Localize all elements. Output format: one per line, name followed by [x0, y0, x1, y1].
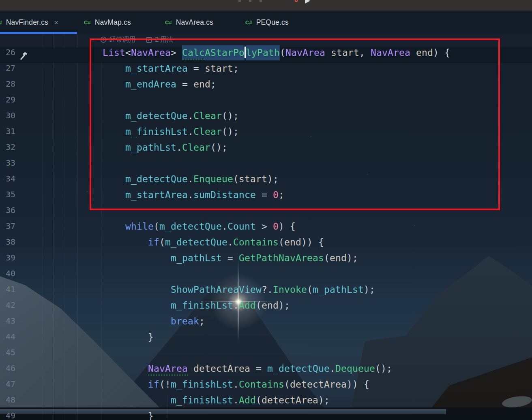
gutter[interactable]: 35 [0, 190, 77, 205]
close-tab-icon[interactable]: × [54, 19, 58, 26]
gutter[interactable]: 34 [0, 174, 77, 190]
code-line[interactable]: 39 m_pathLst = GetPathNavAreas(end); [0, 253, 532, 269]
csharp-file-icon: C# [245, 19, 252, 26]
code-line[interactable]: 37 while(m_detectQue.Count > 0) { [0, 221, 532, 237]
gutter[interactable]: 33 [0, 158, 77, 174]
gutter[interactable]: 42 [0, 300, 77, 316]
code-text [77, 95, 103, 111]
code-vision-hint[interactable]: 经常调用 2 用法 [100, 35, 173, 44]
line-number: 42 [0, 300, 15, 316]
gutter[interactable]: 29 [0, 95, 77, 111]
gutter[interactable]: 41 [0, 284, 77, 300]
code-text [77, 348, 103, 363]
code-line[interactable]: 29 [0, 95, 532, 111]
code-line[interactable]: 48 m_finishLst.Add(detectArea); [0, 395, 532, 411]
toolbar-pip-icon [238, 0, 241, 2]
code-line[interactable]: 35 m_startArea.sumDistance = 0; [0, 190, 532, 205]
code-text: m_pathLst = GetPathNavAreas(end); [77, 253, 358, 269]
code-line[interactable]: 45 [0, 348, 532, 363]
code-line[interactable]: 27 m_startArea = start; [0, 63, 532, 79]
code-text: NavArea detectArea = m_detectQue.Dequeue… [77, 363, 392, 379]
gutter[interactable]: 48 [0, 395, 77, 411]
code-line[interactable]: 32 m_pathLst.Clear(); [0, 142, 532, 158]
gutter[interactable]: 30 [0, 111, 77, 126]
line-number: 33 [0, 158, 15, 174]
line-number: 40 [0, 269, 15, 284]
code-line[interactable]: 34 m_detectQue.Enqueue(start); [0, 174, 532, 190]
code-line[interactable]: 33 [0, 158, 532, 174]
code-line[interactable]: 38 if(m_detectQue.Contains(end)) { [0, 237, 532, 253]
usages-icon [146, 37, 152, 43]
code-line[interactable]: 41 ShowPathAreaView?.Invoke(m_pathLst); [0, 284, 532, 300]
csharp-file-icon: C# [84, 19, 91, 26]
gutter[interactable]: 47 [0, 379, 77, 395]
gutter[interactable]: 27 [0, 63, 77, 79]
code-line[interactable]: 47 if(!m_finishLst.Contains(detectArea))… [0, 379, 532, 395]
text-caret [245, 47, 246, 58]
code-text: break; [77, 316, 205, 332]
gutter[interactable]: 36 [0, 205, 77, 221]
line-number: 26 [0, 47, 15, 63]
code-line[interactable]: 49 } [0, 411, 532, 420]
gutter[interactable]: 31 [0, 126, 77, 142]
hammer-intention-icon[interactable] [19, 47, 29, 63]
tab-navfinder-cs[interactable]: C#NavFinder.cs× [0, 11, 77, 34]
gutter[interactable]: 38 [0, 237, 77, 253]
code-line[interactable]: 36 [0, 205, 532, 221]
gutter[interactable]: 49 [0, 411, 77, 420]
code-line[interactable]: 44 } [0, 332, 532, 348]
line-number: 48 [0, 395, 15, 411]
gutter[interactable]: 43 [0, 316, 77, 332]
gutter[interactable]: 37 [0, 221, 77, 237]
gutter[interactable]: 45 [0, 348, 77, 363]
line-number: 35 [0, 190, 15, 205]
code-line[interactable]: 43 break; [0, 316, 532, 332]
code-text: while(m_detectQue.Count > 0) { [77, 221, 296, 237]
code-text: if(m_detectQue.Contains(end)) { [77, 237, 324, 253]
code-line[interactable]: 31 m_finishLst.Clear(); [0, 126, 532, 142]
code-line[interactable]: 42 m_finishLst.Add(end); [0, 300, 532, 316]
tab-label: PEQue.cs [256, 18, 289, 27]
title-bar: 0 [0, 0, 532, 11]
gutter[interactable]: 39 [0, 253, 77, 269]
line-number: 49 [0, 411, 15, 420]
gutter[interactable]: 44 [0, 332, 77, 348]
code-line[interactable]: 46 NavArea detectArea = m_detectQue.Dequ… [0, 363, 532, 379]
line-number: 38 [0, 237, 15, 253]
tab-navarea-cs[interactable]: C#NavArea.cs [158, 11, 239, 34]
line-number: 32 [0, 142, 15, 158]
gutter[interactable]: 40 [0, 269, 77, 284]
line-number: 44 [0, 332, 15, 348]
gutter[interactable]: 28 [0, 79, 77, 95]
gutter[interactable]: 32 [0, 142, 77, 158]
toolbar-pip-icon [260, 0, 262, 2]
line-number: 28 [0, 79, 15, 95]
code-line[interactable]: 28 m_endArea = end; [0, 79, 532, 95]
code-text: ShowPathAreaView?.Invoke(m_pathLst); [77, 284, 375, 300]
gutter[interactable]: 26 [0, 47, 77, 63]
run-triangle-icon[interactable] [305, 0, 310, 4]
error-count-badge: 0 [294, 0, 298, 4]
gutter[interactable]: 46 [0, 363, 77, 379]
line-number: 30 [0, 111, 15, 126]
code-text [77, 269, 103, 284]
code-text: m_startArea.sumDistance = 0; [77, 190, 284, 205]
line-number: 45 [0, 348, 15, 363]
line-number: 41 [0, 284, 15, 300]
line-number: 27 [0, 63, 15, 79]
code-text: m_detectQue.Clear(); [77, 111, 239, 126]
code-text: m_finishLst.Add(detectArea); [77, 395, 330, 411]
code-line[interactable]: 40 [0, 269, 532, 284]
line-number: 29 [0, 95, 15, 111]
code-editor[interactable]: 经常调用 2 用法 26List<NavArea> CalcAStarPolyP… [0, 34, 532, 420]
stars-decoration [0, 34, 1, 35]
code-line[interactable]: 26List<NavArea> CalcAStarPolyPath(NavAre… [0, 47, 532, 63]
code-lines: 26List<NavArea> CalcAStarPolyPath(NavAre… [0, 47, 532, 420]
code-line[interactable]: 30 m_detectQue.Clear(); [0, 111, 532, 126]
code-text: } [77, 332, 154, 348]
line-number: 36 [0, 205, 15, 221]
tab-navmap-cs[interactable]: C#NavMap.cs [77, 11, 158, 34]
line-number: 47 [0, 379, 15, 395]
hint-usage-label: 经常调用 [109, 36, 135, 44]
tab-peque-cs[interactable]: C#PEQue.cs [239, 11, 320, 34]
